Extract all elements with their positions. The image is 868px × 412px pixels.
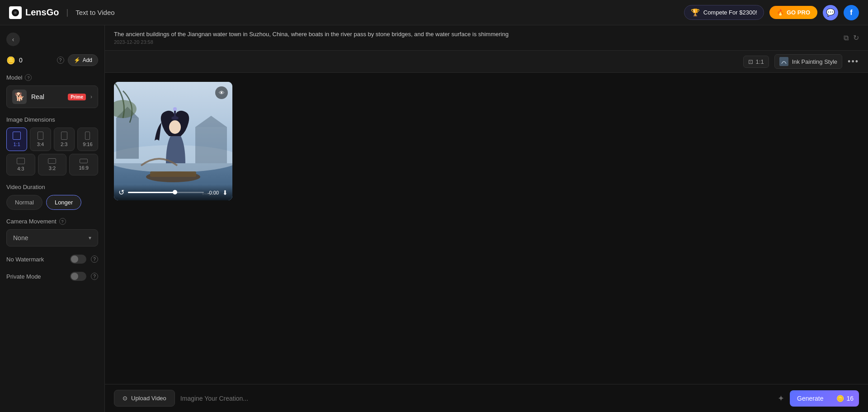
discord-avatar[interactable]: 💬	[823, 5, 838, 20]
longer-duration-button[interactable]: Longer	[46, 195, 81, 210]
style-badge[interactable]: Ink Painting Style	[774, 54, 842, 69]
scene-svg: lensgo.ai	[114, 82, 232, 200]
user-avatar[interactable]: f	[844, 5, 859, 20]
model-name: Real	[31, 93, 63, 100]
credits-amount: 16	[846, 395, 854, 402]
aspect-ratio-value: 1:1	[756, 58, 764, 65]
nav-title: Text to Video	[75, 9, 114, 16]
progress-bar[interactable]	[128, 192, 204, 193]
eye-button[interactable]: 👁	[215, 86, 228, 99]
upload-icon: ⊙	[123, 395, 127, 402]
camera-movement-dropdown[interactable]: None ▾	[6, 229, 98, 246]
normal-duration-button[interactable]: Normal	[6, 195, 42, 210]
generate-label: Generate	[790, 395, 830, 402]
model-help-icon[interactable]: ?	[25, 74, 32, 81]
dim-label-3-2: 3:2	[49, 166, 56, 171]
fire-icon: 🔥	[777, 9, 784, 16]
video-card: lensgo.ai 👁 ↺ -0:00 ⬇	[114, 82, 232, 200]
sidebar-collapse-button[interactable]: ‹	[6, 33, 20, 46]
bottom-bar: ⊙ Upload Video ✦ Generate 🪙 16	[105, 384, 868, 412]
dimension-2-3[interactable]: 2:3	[54, 128, 75, 151]
private-mode-toggle[interactable]	[70, 272, 86, 281]
rect-169-icon	[80, 159, 88, 163]
dimension-3-4[interactable]: 3:4	[30, 128, 51, 151]
dimensions-label: Image Dimensions	[6, 116, 98, 123]
square-icon	[13, 132, 21, 140]
time-display: -0:00	[208, 190, 219, 195]
no-watermark-toggle[interactable]	[70, 255, 86, 264]
svg-rect-7	[116, 118, 139, 159]
dim-label-16-9: 16:9	[79, 165, 88, 170]
credit-icon: 🪙	[836, 395, 844, 402]
progress-thumb	[173, 190, 177, 194]
prime-badge: Prime	[68, 94, 86, 100]
eye-icon: 👁	[219, 90, 225, 96]
image-dimensions-section: Image Dimensions 1:1 3:4	[6, 116, 98, 175]
top-navigation: LensGo | Text to Video 🏆 Compete For $23…	[0, 0, 868, 25]
refresh-icon[interactable]: ↻	[853, 33, 859, 42]
generate-button[interactable]: Generate 🪙 16	[790, 390, 859, 407]
duration-buttons: Normal Longer	[6, 195, 98, 210]
camera-movement-section: Camera Movement ? None ▾	[6, 218, 98, 246]
logo-icon	[9, 6, 22, 19]
dimension-3-2[interactable]: 3:2	[38, 154, 67, 175]
dimension-grid-row1: 1:1 3:4 2:3	[6, 128, 98, 151]
gopro-button[interactable]: 🔥 GO PRO	[769, 6, 817, 19]
private-mode-help-icon[interactable]: ?	[91, 273, 98, 280]
credits-count: 0	[19, 57, 53, 64]
chevron-down-icon: ▾	[89, 235, 91, 241]
style-label: Ink Painting Style	[792, 58, 837, 65]
model-avatar: 🐕	[12, 90, 27, 104]
lightning-icon: ⚡	[74, 57, 80, 63]
trophy-icon: 🏆	[691, 8, 700, 17]
user-icon: f	[850, 9, 852, 17]
download-button[interactable]: ⬇	[222, 189, 228, 196]
no-watermark-label: No Watermark	[6, 256, 66, 263]
svg-point-14	[169, 120, 181, 134]
logo-text: LensGo	[25, 7, 59, 18]
chevron-right-icon: ›	[90, 94, 92, 100]
video-area: lensgo.ai 👁 ↺ -0:00 ⬇	[105, 73, 868, 384]
camera-movement-value: None	[13, 234, 89, 242]
dim-label-3-4: 3:4	[37, 142, 44, 147]
dimension-4-3[interactable]: 4:3	[6, 154, 35, 175]
svg-point-2	[15, 12, 16, 13]
svg-rect-13	[150, 171, 196, 177]
private-mode-row: Private Mode ?	[6, 272, 98, 281]
nav-divider: |	[66, 8, 68, 17]
replay-button[interactable]: ↺	[118, 188, 124, 197]
logo[interactable]: LensGo	[9, 6, 59, 19]
compete-button[interactable]: 🏆 Compete For $2300!	[684, 5, 764, 20]
upload-video-button[interactable]: ⊙ Upload Video	[114, 390, 175, 407]
add-credits-button[interactable]: ⚡ Add	[68, 54, 98, 66]
video-duration-section: Video Duration Normal Longer	[6, 184, 98, 210]
rect-34-icon	[38, 132, 43, 140]
video-illustration: lensgo.ai	[114, 82, 232, 200]
progress-fill	[128, 192, 177, 193]
prompt-timestamp: 2023-12-20 23:58	[114, 39, 838, 45]
svg-point-17	[173, 107, 177, 111]
credits-row: 🪙 0 ? ⚡ Add	[6, 54, 98, 66]
camera-help-icon[interactable]: ?	[59, 218, 66, 225]
more-options-button[interactable]: •••	[848, 57, 859, 66]
watermark-help-icon[interactable]: ?	[91, 256, 98, 263]
dimension-9-16[interactable]: 9:16	[77, 128, 98, 151]
model-selector[interactable]: 🐕 Real Prime ›	[6, 85, 98, 108]
model-section: Model ? 🐕 Real Prime ›	[6, 74, 98, 108]
dim-label-4-3: 4:3	[17, 166, 24, 171]
prompt-text: The ancient buildings of the Jiangnan wa…	[114, 31, 838, 38]
prompt-input[interactable]	[180, 395, 772, 402]
aspect-icon: ⊡	[748, 58, 753, 65]
credits-help-icon[interactable]: ?	[57, 57, 64, 64]
aspect-ratio-badge[interactable]: ⊡ 1:1	[743, 56, 769, 68]
magic-wand-icon[interactable]: ✦	[778, 393, 784, 403]
copy-icon[interactable]: ⧉	[844, 34, 849, 42]
dim-label-2-3: 2:3	[61, 142, 67, 147]
rect-23-icon	[61, 132, 67, 140]
dimension-16-9[interactable]: 16:9	[69, 154, 98, 175]
collapse-icon: ‹	[12, 36, 14, 43]
duration-label: Video Duration	[6, 184, 98, 190]
dim-label-9-16: 9:16	[83, 142, 92, 147]
dimension-grid-row2: 4:3 3:2 16:9	[6, 154, 98, 175]
dimension-1-1[interactable]: 1:1	[6, 128, 27, 151]
